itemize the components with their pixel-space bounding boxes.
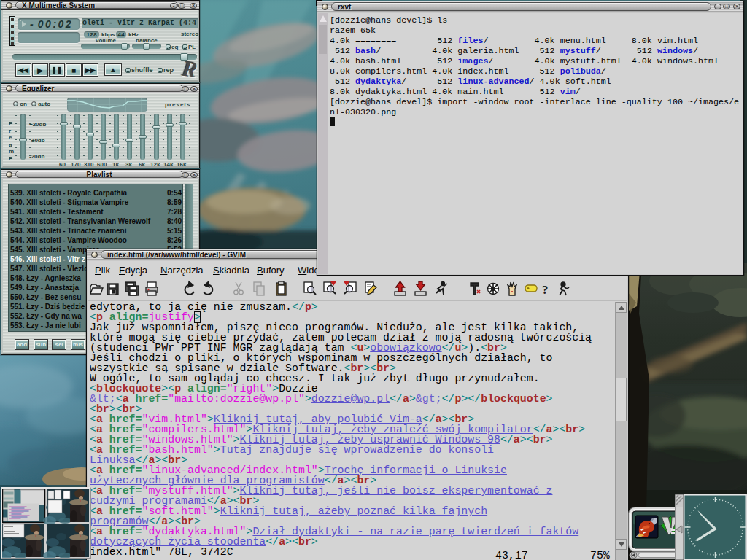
svg-text:?: ? bbox=[542, 283, 549, 297]
